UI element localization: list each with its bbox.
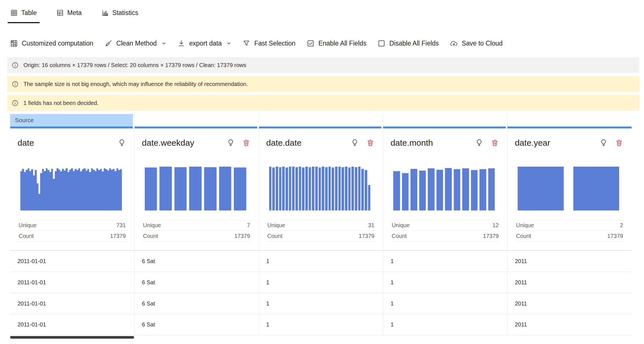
source-tag[interactable]: Source [10, 114, 133, 126]
table-cell: 1 [383, 272, 507, 293]
table-cell: 2011 [507, 293, 632, 314]
trash-icon[interactable] [366, 139, 374, 147]
lightbulb-icon[interactable] [475, 139, 483, 147]
column-band [383, 114, 506, 128]
stat-value: 731 [116, 222, 126, 229]
scrollbar-thumb[interactable] [10, 336, 134, 339]
field-stats: Unique 731 Count 17379 [18, 220, 127, 242]
sample-size-warning-text: The sample size is not big enough, which… [23, 81, 248, 87]
field-stats: Unique 2 Count 17379 [515, 220, 624, 242]
info-icon [12, 100, 19, 107]
button-label: Save to Cloud [462, 40, 502, 47]
stat-label: Unique [267, 222, 285, 229]
lightbulb-icon[interactable] [227, 139, 235, 147]
statistics-icon [101, 9, 109, 16]
undecided-fields-warning-bar: 1 fields has not been decided. [7, 95, 639, 111]
data-table: Source date Unique 731 Count 17379 2011-… [10, 114, 632, 335]
field-name: date.date [266, 138, 343, 148]
column-header: date [10, 128, 134, 149]
field-name: date.year [515, 138, 592, 148]
column-cells: 6 Sat 6 Sat 6 Sat 6 Sat [135, 250, 259, 335]
column-date-year: date.year Unique 2 Count 17379 2011 2011… [507, 114, 632, 335]
stat-unique: Unique 2 [515, 220, 624, 231]
origin-info-text: Origin: 16 columns × 17379 rows / Select… [23, 62, 246, 68]
button-label: Enable All Fields [318, 40, 366, 47]
table-cell: 1 [259, 272, 383, 293]
stat-count: Count 17379 [18, 231, 127, 242]
column-header: date.weekday [135, 128, 259, 149]
grid-plus-icon [10, 40, 18, 47]
tab-table[interactable]: Table [8, 7, 40, 23]
horizontal-scrollbar[interactable] [10, 336, 639, 339]
sample-size-warning-bar: The sample size is not big enough, which… [7, 76, 639, 92]
button-label: Customized computation [22, 40, 93, 47]
stat-value: 17379 [483, 233, 499, 239]
table-cell: 1 [383, 250, 507, 272]
table-cell: 6 Sat [135, 272, 259, 293]
histogram[interactable] [20, 167, 122, 210]
export-data-dropdown[interactable]: export data [178, 37, 231, 50]
broom-icon [105, 40, 112, 47]
stat-count: Count 17379 [266, 231, 376, 242]
stat-unique: Unique 31 [266, 220, 376, 231]
table-cell: 2011-01-01 [10, 293, 134, 314]
field-name: date.month [390, 138, 468, 148]
lightbulb-icon[interactable] [600, 139, 608, 147]
lightbulb-icon[interactable] [351, 139, 359, 147]
table-cell: 6 Sat [135, 293, 259, 314]
column-band: Source [10, 114, 133, 128]
table-cell: 1 [383, 293, 507, 314]
tab-label: Table [21, 9, 37, 17]
histogram[interactable] [518, 167, 619, 210]
customized-computation-button[interactable]: Customized computation [10, 37, 93, 50]
trash-icon[interactable] [491, 139, 499, 147]
undecided-fields-warning-text: 1 fields has not been decided. [23, 100, 99, 106]
tab-statistics[interactable]: Statistics [99, 7, 141, 23]
clean-method-dropdown[interactable]: Clean Method [105, 37, 166, 50]
stat-count: Count 17379 [390, 231, 500, 242]
stat-unique: Unique 731 [18, 220, 127, 231]
table-cell: 6 Sat [135, 314, 259, 335]
column-cells: 2011 2011 2011 2011 [507, 250, 632, 335]
button-label: export data [189, 40, 222, 47]
trash-icon[interactable] [242, 139, 250, 147]
column-cells: 1 1 1 1 [259, 250, 383, 335]
column-band [259, 114, 382, 128]
fast-selection-button[interactable]: Fast Selection [243, 37, 295, 50]
enable-all-fields-button[interactable]: Enable All Fields [307, 37, 366, 50]
button-label: Clean Method [116, 40, 157, 47]
histogram[interactable] [145, 167, 246, 210]
stat-value: 17379 [359, 233, 375, 239]
stat-label: Count [19, 233, 34, 239]
stat-value: 17379 [607, 233, 623, 239]
column-date-weekday: date.weekday Unique 7 Count 17379 6 Sat … [135, 114, 259, 335]
stat-label: Count [267, 233, 282, 239]
stat-label: Count [143, 233, 158, 239]
info-icon [12, 81, 19, 88]
stat-label: Unique [143, 222, 161, 229]
histogram[interactable] [269, 167, 371, 210]
column-date-date: date.date Unique 31 Count 17379 1 1 1 1 [259, 114, 383, 335]
column-band [135, 114, 257, 128]
cloud-upload-icon [450, 40, 458, 47]
stat-value: 7 [247, 222, 250, 229]
histogram[interactable] [393, 167, 495, 210]
trash-icon[interactable] [615, 139, 623, 147]
stat-count: Count 17379 [142, 231, 251, 242]
stat-value: 17379 [110, 233, 126, 239]
stat-value: 12 [492, 222, 499, 229]
checkbox-unchecked-icon [378, 40, 385, 47]
lightbulb-icon[interactable] [118, 139, 126, 147]
tab-label: Meta [67, 9, 82, 17]
chevron-down-icon [161, 41, 166, 46]
stat-value: 31 [368, 222, 374, 229]
stat-value: 17379 [234, 233, 250, 239]
save-to-cloud-button[interactable]: Save to Cloud [450, 37, 502, 50]
table-cell: 1 [259, 314, 383, 335]
disable-all-fields-button[interactable]: Disable All Fields [378, 37, 439, 50]
stat-label: Unique [19, 222, 36, 229]
column-date: Source date Unique 731 Count 17379 2011-… [10, 114, 135, 335]
tab-meta[interactable]: Meta [54, 7, 85, 23]
checkbox-checked-icon [307, 40, 314, 47]
field-stats: Unique 31 Count 17379 [266, 220, 376, 242]
